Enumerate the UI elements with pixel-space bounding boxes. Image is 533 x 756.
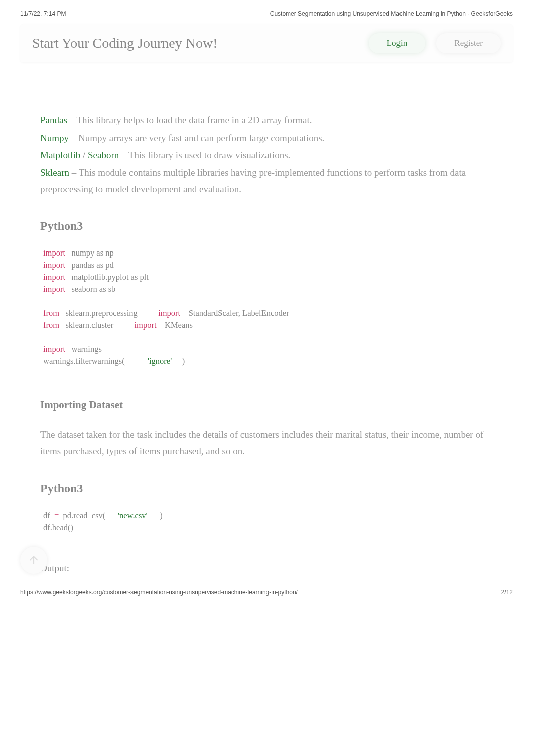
library-list: Pandas – This library helps to load the … bbox=[40, 112, 493, 197]
login-button[interactable]: Login bbox=[369, 33, 426, 53]
footer-pagenum: 2/12 bbox=[501, 589, 513, 596]
page-print-header: 11/7/22, 7:14 PM Customer Segmentation u… bbox=[20, 10, 513, 21]
banner-title: Start Your Coding Journey Now! bbox=[32, 35, 217, 51]
link-numpy[interactable]: Numpy bbox=[40, 133, 69, 143]
subheading-importing-dataset: Importing Dataset bbox=[40, 399, 493, 411]
page-print-footer: https://www.geeksforgeeks.org/customer-s… bbox=[20, 589, 513, 596]
footer-url: https://www.geeksforgeeks.org/customer-s… bbox=[20, 589, 298, 596]
output-label: Output: bbox=[40, 563, 493, 574]
print-title: Customer Segmentation using Unsupervised… bbox=[270, 10, 513, 17]
list-item: Numpy – Numpy arrays are very fast and c… bbox=[40, 130, 493, 147]
scroll-to-top-button[interactable] bbox=[20, 547, 47, 574]
list-item: Sklearn – This module contains multiple … bbox=[40, 165, 493, 197]
list-item: Pandas – This library helps to load the … bbox=[40, 112, 493, 129]
link-pandas[interactable]: Pandas bbox=[40, 115, 67, 125]
code-block-readcsv: df = pd.read_csv( 'new.csv' ) df.head() bbox=[40, 507, 493, 537]
list-item: Matplotlib / Seaborn – This library is u… bbox=[40, 147, 493, 164]
arrow-up-icon bbox=[27, 554, 40, 567]
link-sklearn[interactable]: Sklearn bbox=[40, 167, 69, 178]
link-matplotlib[interactable]: Matplotlib bbox=[40, 150, 80, 160]
print-timestamp: 11/7/22, 7:14 PM bbox=[20, 10, 66, 17]
code-language-label: Python3 bbox=[40, 219, 493, 233]
link-seaborn[interactable]: Seaborn bbox=[88, 150, 119, 160]
register-button[interactable]: Register bbox=[436, 33, 501, 53]
promo-banner: Start Your Coding Journey Now! Login Reg… bbox=[20, 24, 513, 62]
article-content: Pandas – This library helps to load the … bbox=[20, 62, 513, 574]
code-language-label: Python3 bbox=[40, 482, 493, 495]
paragraph-dataset-description: The dataset taken for the task includes … bbox=[40, 426, 493, 460]
code-block-imports: import numpy as np import pandas as pd i… bbox=[40, 244, 493, 370]
